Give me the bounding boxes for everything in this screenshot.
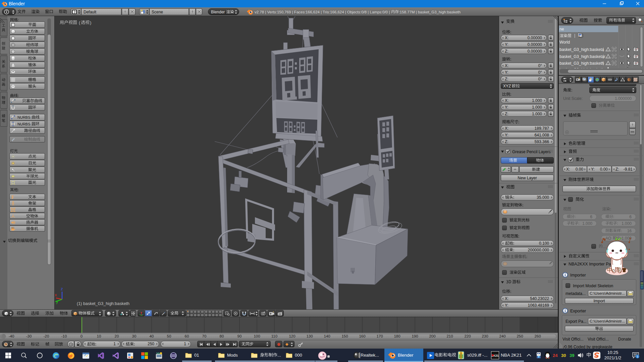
svg-text:210: 210 — [446, 334, 453, 338]
svg-text:260: 260 — [534, 334, 541, 338]
svg-text:240: 240 — [499, 334, 505, 338]
svg-text:180: 180 — [394, 334, 400, 338]
svg-text:-20: -20 — [44, 334, 49, 338]
svg-text:F: F — [11, 195, 14, 199]
svg-text:z: z — [61, 286, 63, 291]
svg-text:50: 50 — [167, 334, 171, 338]
svg-text:30: 30 — [132, 334, 137, 338]
svg-text:160: 160 — [359, 334, 365, 338]
svg-text:90: 90 — [237, 334, 242, 338]
svg-text:250: 250 — [517, 334, 523, 338]
svg-text:y: y — [56, 299, 58, 304]
svg-text:70: 70 — [202, 334, 207, 338]
svg-text:-10: -10 — [61, 334, 67, 338]
svg-text:190: 190 — [412, 334, 418, 338]
svg-text:110: 110 — [271, 334, 277, 338]
svg-text:-40: -40 — [9, 334, 14, 338]
svg-text:x: x — [55, 292, 57, 297]
svg-text:5: 5 — [637, 355, 638, 358]
svg-text:-30: -30 — [26, 334, 32, 338]
svg-text:220: 220 — [464, 334, 471, 338]
svg-text:200: 200 — [429, 334, 435, 338]
svg-text:140: 140 — [324, 334, 330, 338]
svg-text:60: 60 — [185, 334, 189, 338]
svg-text:130: 130 — [306, 334, 313, 338]
svg-text:0: 0 — [80, 334, 83, 338]
svg-text:100: 100 — [254, 334, 260, 338]
svg-text:120: 120 — [289, 334, 295, 338]
svg-text:10: 10 — [97, 334, 101, 338]
svg-text:20: 20 — [115, 334, 119, 338]
svg-text:80: 80 — [220, 334, 224, 338]
svg-text:170: 170 — [376, 334, 383, 338]
svg-text:230: 230 — [482, 334, 488, 338]
svg-text:150: 150 — [341, 334, 348, 338]
svg-text:40: 40 — [150, 334, 154, 338]
